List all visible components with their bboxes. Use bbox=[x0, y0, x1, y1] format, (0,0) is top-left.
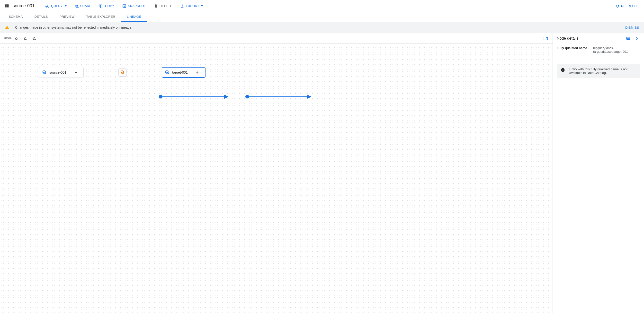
chevron-down-icon bbox=[65, 5, 67, 6]
node-details-panel: Node details Fully qualified name bigque… bbox=[553, 33, 644, 313]
lineage-node-target[interactable]: target-001 + bbox=[162, 67, 206, 78]
main-split: 100% bbox=[0, 33, 644, 313]
svg-point-2 bbox=[159, 95, 162, 99]
toolbar-separator bbox=[41, 34, 41, 42]
node-label: target-001 bbox=[172, 70, 188, 74]
share-button[interactable]: Share bbox=[72, 2, 94, 10]
tab-details[interactable]: Details bbox=[28, 12, 54, 22]
expand-node-button[interactable]: + bbox=[194, 70, 200, 75]
refresh-button[interactable]: Refresh bbox=[612, 2, 640, 10]
lineage-node-source[interactable]: source-001 − bbox=[39, 67, 84, 78]
zoom-level: 100% bbox=[4, 36, 12, 40]
query-button[interactable]: Query bbox=[42, 2, 70, 10]
delete-button[interactable]: Delete bbox=[151, 2, 175, 10]
page-title: source-001 bbox=[13, 3, 34, 8]
info-banner: Changes made in other systems may not be… bbox=[0, 22, 644, 33]
lineage-canvas-area: 100% bbox=[0, 33, 553, 313]
collapse-panel-button[interactable] bbox=[634, 35, 640, 41]
lineage-graph[interactable]: source-001 − target-001 + bbox=[0, 44, 552, 313]
export-button[interactable]: Export bbox=[177, 2, 206, 10]
svg-rect-15 bbox=[562, 70, 563, 71]
fqn-row: Fully qualified name bigquery:docs-targe… bbox=[553, 44, 644, 56]
bigquery-icon bbox=[120, 70, 125, 75]
top-action-bar: source-001 Query Share Copy Snapshot Del… bbox=[0, 0, 644, 12]
details-title: Node details bbox=[557, 36, 622, 40]
warning-icon bbox=[5, 25, 9, 30]
tab-schema[interactable]: Schema bbox=[3, 12, 28, 22]
tab-lineage[interactable]: Lineage bbox=[121, 12, 147, 22]
details-note-text: Entry with this fully qualified name is … bbox=[569, 67, 636, 75]
fqn-label: Fully qualified name bbox=[557, 46, 593, 53]
zoom-out-button[interactable] bbox=[22, 35, 29, 41]
banner-message: Changes made in other systems may not be… bbox=[15, 25, 132, 29]
details-header: Node details bbox=[553, 33, 644, 44]
lineage-process-node[interactable] bbox=[118, 68, 127, 76]
expand-panel-button[interactable] bbox=[625, 35, 631, 41]
tabs: Schema Details Preview Table Explorer Li… bbox=[0, 12, 644, 22]
details-note: Entry with this fully qualified name is … bbox=[557, 64, 640, 78]
svg-rect-16 bbox=[562, 69, 563, 69]
bigquery-icon bbox=[42, 70, 47, 75]
fqn-value: bigquery:docs-target.dataset.target-001 bbox=[593, 46, 640, 53]
bigquery-icon bbox=[165, 70, 170, 75]
table-icon bbox=[4, 3, 9, 9]
snapshot-button[interactable]: Snapshot bbox=[119, 2, 149, 10]
lineage-edges bbox=[0, 44, 552, 313]
chevron-down-icon bbox=[201, 5, 203, 6]
svg-marker-4 bbox=[224, 94, 228, 99]
tab-preview[interactable]: Preview bbox=[54, 12, 80, 22]
svg-marker-7 bbox=[307, 94, 311, 99]
dismiss-button[interactable]: Dismiss bbox=[625, 26, 639, 29]
node-label: source-001 bbox=[49, 70, 66, 74]
svg-rect-1 bbox=[546, 37, 547, 38]
title-wrap: source-001 bbox=[4, 3, 34, 9]
zoom-reset-button[interactable] bbox=[31, 35, 38, 41]
svg-point-5 bbox=[246, 95, 249, 99]
copy-button[interactable]: Copy bbox=[96, 2, 117, 10]
zoom-in-button[interactable] bbox=[14, 35, 20, 41]
tab-table-explorer[interactable]: Table Explorer bbox=[80, 12, 121, 22]
info-icon bbox=[560, 68, 565, 72]
collapse-node-button[interactable]: − bbox=[73, 70, 78, 75]
minimap-toggle-button[interactable] bbox=[542, 35, 549, 42]
canvas-toolbar: 100% bbox=[0, 33, 552, 44]
